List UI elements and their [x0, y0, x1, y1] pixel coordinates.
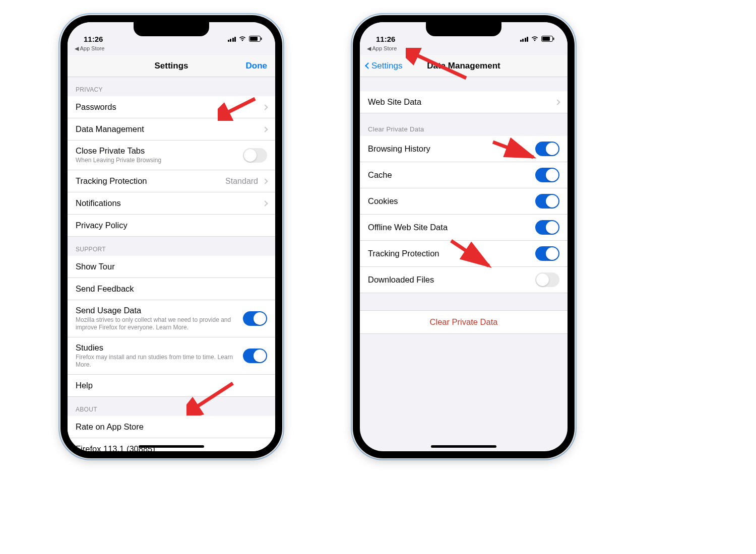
home-indicator[interactable]	[139, 445, 204, 448]
chevron-right-icon	[554, 99, 560, 105]
send-feedback-row[interactable]: Send Feedback	[68, 278, 275, 300]
chevron-right-icon	[262, 126, 268, 132]
browsing-history-row[interactable]: Browsing History	[360, 136, 568, 162]
clear-private-data-header: Clear Private Data	[360, 113, 568, 136]
send-usage-row[interactable]: Send Usage Data Mozilla strives to only …	[68, 300, 275, 337]
notch	[134, 22, 209, 36]
clear-private-data-button[interactable]: Clear Private Data	[360, 310, 568, 334]
rate-row[interactable]: Rate on App Store	[68, 416, 275, 438]
notifications-row[interactable]: Notifications	[68, 192, 275, 215]
privacy-header: Privacy	[68, 77, 275, 96]
tracking-protection-row[interactable]: Tracking Protection Standard	[68, 170, 275, 192]
downloaded-label: Downloaded Files	[368, 275, 434, 285]
chevron-right-icon	[262, 104, 268, 110]
browsing-history-label: Browsing History	[368, 144, 430, 154]
battery-icon	[541, 35, 554, 43]
support-header: Support	[68, 237, 275, 256]
nav-title: Settings	[154, 61, 188, 71]
privacy-policy-label: Privacy Policy	[76, 221, 128, 230]
svg-rect-4	[542, 37, 550, 41]
send-feedback-label: Send Feedback	[76, 284, 134, 294]
wifi-icon	[531, 35, 539, 43]
nav-bar: Settings Data Management	[360, 55, 568, 77]
cache-label: Cache	[368, 170, 392, 180]
chevron-right-icon	[262, 178, 268, 184]
nav-title: Data Management	[427, 61, 500, 71]
show-tour-label: Show Tour	[76, 262, 115, 271]
notifications-label: Notifications	[76, 198, 121, 208]
data-management-row[interactable]: Data Management	[68, 118, 275, 141]
breadcrumb-back[interactable]: ◀ App Store	[68, 44, 275, 55]
studies-label: Studies	[76, 343, 243, 353]
help-row[interactable]: Help	[68, 375, 275, 397]
chevron-left-icon	[365, 62, 371, 69]
svg-rect-5	[553, 38, 554, 40]
cache-row[interactable]: Cache	[360, 162, 568, 188]
offline-row[interactable]: Offline Web Site Data	[360, 215, 568, 241]
offline-toggle[interactable]	[535, 220, 559, 235]
chevron-right-icon	[262, 200, 268, 206]
tracking-toggle[interactable]	[535, 246, 559, 261]
right-phone: 11:26 ◀ App Store Settings Data Manageme…	[353, 15, 575, 458]
version-row[interactable]: Firefox 113.1 (30885)	[68, 438, 275, 451]
show-tour-row[interactable]: Show Tour	[68, 256, 275, 278]
wifi-icon	[238, 35, 246, 43]
close-private-tabs-toggle[interactable]	[243, 148, 267, 163]
web-site-data-label: Web Site Data	[368, 97, 421, 107]
privacy-policy-row[interactable]: Privacy Policy	[68, 215, 275, 237]
tracking-protection-label: Tracking Protection	[76, 176, 147, 186]
left-phone: 11:26 ◀ App Store Settings Done Privacy …	[60, 15, 282, 458]
studies-toggle[interactable]	[243, 349, 267, 363]
send-usage-label: Send Usage Data	[76, 306, 243, 315]
battery-icon	[249, 35, 262, 43]
send-usage-sub: Mozilla strives to only collect what we …	[76, 316, 243, 331]
data-management-label: Data Management	[76, 124, 144, 134]
status-time: 11:26	[84, 35, 103, 43]
cellular-icon	[228, 36, 236, 42]
svg-rect-1	[250, 37, 258, 41]
nav-bar: Settings Done	[68, 55, 275, 77]
rate-label: Rate on App Store	[76, 422, 144, 432]
send-usage-toggle[interactable]	[243, 311, 267, 326]
help-label: Help	[76, 381, 93, 390]
web-site-data-row[interactable]: Web Site Data	[360, 91, 568, 113]
close-private-tabs-label: Close Private Tabs	[76, 146, 243, 156]
status-time: 11:26	[376, 35, 395, 43]
downloaded-row[interactable]: Downloaded Files	[360, 267, 568, 293]
cache-toggle[interactable]	[535, 168, 559, 182]
about-header: About	[68, 397, 275, 416]
tracking-label: Tracking Protection	[368, 249, 439, 258]
passwords-row[interactable]: Passwords	[68, 96, 275, 118]
downloaded-toggle[interactable]	[535, 272, 559, 287]
studies-sub: Firefox may install and run studies from…	[76, 354, 243, 369]
studies-row[interactable]: Studies Firefox may install and run stud…	[68, 337, 275, 375]
done-button[interactable]: Done	[246, 61, 268, 71]
svg-rect-2	[261, 38, 262, 40]
tracking-value: Standard	[225, 177, 258, 186]
close-private-tabs-sub: When Leaving Private Browsing	[76, 157, 243, 164]
tracking-row[interactable]: Tracking Protection	[360, 241, 568, 267]
cookies-toggle[interactable]	[535, 194, 559, 209]
cookies-label: Cookies	[368, 196, 398, 206]
browsing-history-toggle[interactable]	[535, 142, 559, 156]
offline-label: Offline Web Site Data	[368, 223, 448, 232]
back-button[interactable]: Settings	[366, 61, 402, 71]
cookies-row[interactable]: Cookies	[360, 188, 568, 215]
cellular-icon	[520, 36, 529, 42]
passwords-label: Passwords	[76, 102, 116, 112]
close-private-tabs-row[interactable]: Close Private Tabs When Leaving Private …	[68, 141, 275, 170]
notch	[426, 22, 501, 36]
home-indicator[interactable]	[431, 445, 496, 448]
breadcrumb-back[interactable]: ◀ App Store	[360, 44, 568, 55]
